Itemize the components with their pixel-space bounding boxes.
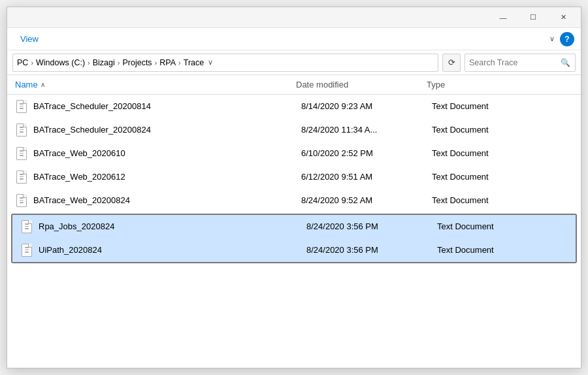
search-box[interactable]: 🔍 bbox=[465, 54, 576, 72]
help-button[interactable]: ? bbox=[560, 32, 574, 46]
file-type: Text Document bbox=[432, 101, 573, 111]
file-date: 8/24/2020 3:56 PM bbox=[306, 245, 437, 255]
file-list: BATrace_Scheduler_202008148/14/2020 9:23… bbox=[7, 95, 581, 368]
search-icon: 🔍 bbox=[561, 58, 570, 67]
sort-icon: ∧ bbox=[41, 81, 45, 88]
breadcrumb-rpa[interactable]: RPA bbox=[159, 58, 176, 67]
file-icon bbox=[15, 193, 28, 208]
menubar: View ∨ ? bbox=[7, 28, 581, 50]
breadcrumb[interactable]: PC › Windows (C:) › Bizagi › Projects › … bbox=[12, 54, 438, 72]
table-row[interactable]: BATrace_Web_202008248/24/2020 9:52 AMTex… bbox=[7, 189, 581, 212]
file-type: Text Document bbox=[437, 245, 568, 255]
file-date: 6/10/2020 2:52 PM bbox=[301, 148, 432, 158]
file-name: BATrace_Web_20200824 bbox=[33, 195, 301, 205]
file-date: 8/24/2020 3:56 PM bbox=[306, 221, 437, 231]
file-icon bbox=[20, 219, 33, 235]
table-row[interactable]: Rpa_Jobs_20208248/24/2020 3:56 PMText Do… bbox=[12, 215, 576, 238]
close-button[interactable]: ✕ bbox=[548, 7, 578, 28]
breadcrumb-bizagi[interactable]: Bizagi bbox=[93, 58, 115, 67]
file-date: 8/24/2020 9:52 AM bbox=[301, 195, 432, 205]
file-icon bbox=[15, 169, 28, 185]
file-icon bbox=[15, 146, 28, 161]
file-name: BATrace_Web_2020612 bbox=[33, 172, 301, 182]
column-headers: Name ∧ Date modified Type bbox=[7, 75, 581, 95]
breadcrumb-windows[interactable]: Windows (C:) bbox=[36, 58, 85, 67]
col-header-type[interactable]: Type bbox=[427, 80, 573, 90]
file-icon bbox=[15, 99, 28, 114]
file-icon bbox=[15, 122, 28, 138]
breadcrumb-projects[interactable]: Projects bbox=[122, 58, 152, 67]
explorer-window: — ☐ ✕ View ∨ ? PC › Windows (C:) › Bizag… bbox=[7, 7, 581, 368]
file-type: Text Document bbox=[432, 125, 573, 135]
file-type: Text Document bbox=[432, 148, 573, 158]
table-row[interactable]: BATrace_Scheduler_202008148/14/2020 9:23… bbox=[7, 95, 581, 118]
breadcrumb-trace: Trace bbox=[184, 58, 204, 67]
file-type: Text Document bbox=[437, 221, 568, 231]
file-date: 8/24/2020 11:34 A... bbox=[301, 125, 432, 135]
file-name: BATrace_Web_2020610 bbox=[33, 148, 301, 158]
file-name: Rpa_Jobs_2020824 bbox=[39, 221, 306, 231]
file-name: BATrace_Scheduler_20200824 bbox=[33, 125, 301, 135]
col-header-date[interactable]: Date modified bbox=[296, 80, 427, 90]
refresh-button[interactable]: ⟳ bbox=[442, 54, 461, 72]
breadcrumb-dropdown-icon[interactable]: ∨ bbox=[208, 58, 213, 67]
table-row[interactable]: BATrace_Scheduler_202008248/24/2020 11:3… bbox=[7, 118, 581, 142]
search-input[interactable] bbox=[469, 58, 561, 67]
minimize-button[interactable]: — bbox=[488, 7, 518, 28]
file-name: UiPath_2020824 bbox=[39, 245, 306, 255]
table-row[interactable]: BATrace_Web_20206106/10/2020 2:52 PMText… bbox=[7, 142, 581, 165]
file-date: 8/14/2020 9:23 AM bbox=[301, 101, 432, 111]
breadcrumb-pc[interactable]: PC bbox=[17, 58, 28, 67]
maximize-button[interactable]: ☐ bbox=[518, 7, 548, 28]
menu-expand: ∨ ? bbox=[549, 32, 574, 46]
file-date: 6/12/2020 9:51 AM bbox=[301, 172, 432, 182]
file-type: Text Document bbox=[432, 172, 573, 182]
titlebar: — ☐ ✕ bbox=[7, 7, 581, 28]
view-menu[interactable]: View bbox=[14, 31, 45, 46]
file-icon bbox=[20, 242, 33, 258]
addressbar: PC › Windows (C:) › Bizagi › Projects › … bbox=[7, 50, 581, 75]
chevron-down-icon[interactable]: ∨ bbox=[549, 35, 555, 43]
selected-file-group: Rpa_Jobs_20208248/24/2020 3:56 PMText Do… bbox=[11, 214, 577, 263]
col-header-name[interactable]: Name ∧ bbox=[15, 80, 296, 90]
table-row[interactable]: UiPath_20208248/24/2020 3:56 PMText Docu… bbox=[12, 238, 576, 262]
file-type: Text Document bbox=[432, 195, 573, 205]
file-name: BATrace_Scheduler_20200814 bbox=[33, 101, 301, 111]
table-row[interactable]: BATrace_Web_20206126/12/2020 9:51 AMText… bbox=[7, 165, 581, 189]
